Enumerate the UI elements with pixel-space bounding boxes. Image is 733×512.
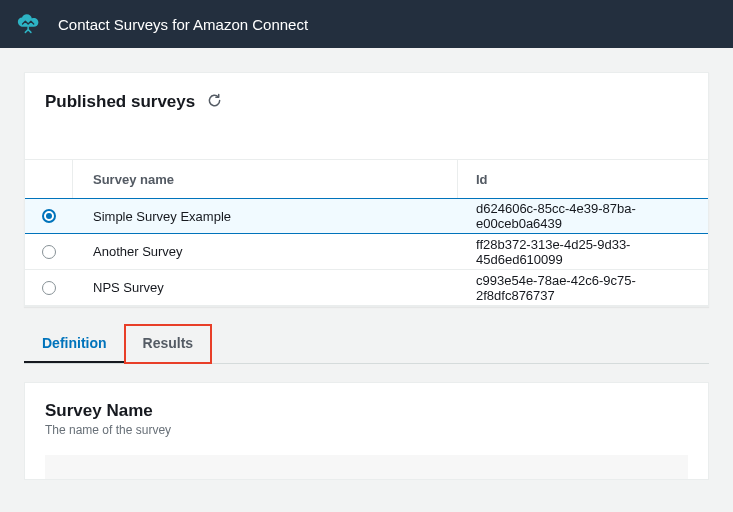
panel-header: Published surveys <box>25 73 708 123</box>
row-name: Simple Survey Example <box>73 199 458 233</box>
table-header-id[interactable]: Id <box>458 160 708 198</box>
tab-definition[interactable]: Definition <box>24 325 125 363</box>
table-row[interactable]: Simple Survey Example d624606c-85cc-4e39… <box>25 198 708 234</box>
survey-form-panel: Survey Name The name of the survey <box>24 382 709 480</box>
app-header: Contact Surveys for Amazon Connect <box>0 0 733 48</box>
row-radio[interactable] <box>42 281 56 295</box>
surveys-table: Survey name Id Simple Survey Example d62… <box>25 159 708 306</box>
published-surveys-panel: Published surveys Survey name Id <box>24 72 709 307</box>
form-field-title: Survey Name <box>45 401 688 421</box>
app-logo-icon <box>16 12 44 36</box>
tab-results[interactable]: Results <box>125 325 212 363</box>
refresh-icon <box>207 93 222 111</box>
app-title: Contact Surveys for Amazon Connect <box>58 16 308 33</box>
table-header-name[interactable]: Survey name <box>73 160 458 198</box>
main-content: Published surveys Survey name Id <box>0 48 733 504</box>
refresh-button[interactable] <box>205 91 224 113</box>
row-name: Another Survey <box>73 234 458 269</box>
row-id: c993e54e-78ae-42c6-9c75-2f8dfc876737 <box>458 270 708 305</box>
row-name: NPS Survey <box>73 270 458 305</box>
form-field-description: The name of the survey <box>45 423 688 437</box>
row-radio[interactable] <box>42 245 56 259</box>
row-id: d624606c-85cc-4e39-87ba-e00ceb0a6439 <box>458 199 708 233</box>
table-header-row: Survey name Id <box>25 159 708 199</box>
table-row[interactable]: NPS Survey c993e54e-78ae-42c6-9c75-2f8df… <box>25 270 708 306</box>
survey-name-input[interactable] <box>45 455 688 479</box>
panel-title: Published surveys <box>45 92 195 112</box>
table-header-select <box>25 160 73 198</box>
row-id: ff28b372-313e-4d25-9d33-45d6ed610099 <box>458 234 708 269</box>
table-row[interactable]: Another Survey ff28b372-313e-4d25-9d33-4… <box>25 234 708 270</box>
tabs: Definition Results <box>24 325 709 364</box>
row-radio[interactable] <box>42 209 56 223</box>
